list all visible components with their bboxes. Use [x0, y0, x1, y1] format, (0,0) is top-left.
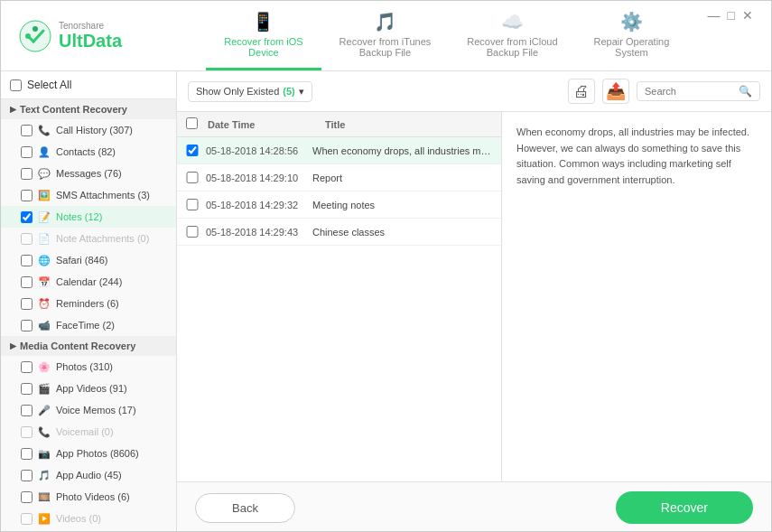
- app-videos-icon: 🎬: [37, 381, 51, 396]
- cb-contacts[interactable]: [21, 146, 33, 158]
- cb-safari[interactable]: [21, 255, 33, 266]
- safari-label: Safari (846): [56, 255, 107, 266]
- header-checkbox[interactable]: [186, 117, 198, 129]
- sidebar-item-app-photos[interactable]: 📷 App Photos (8606): [1, 443, 176, 464]
- section-media-label: Media Content Recovery: [20, 341, 135, 351]
- close-button[interactable]: ✕: [742, 8, 753, 23]
- section-text-label: Text Content Recovery: [20, 104, 127, 115]
- sidebar-item-app-audio[interactable]: 🎵 App Audio (45): [1, 464, 176, 486]
- select-all-checkbox[interactable]: [10, 79, 22, 91]
- sidebar-item-sms-attachments[interactable]: 🖼️ SMS Attachments (3): [1, 184, 176, 206]
- cb-note-attachments[interactable]: [21, 233, 33, 245]
- content-toolbar: Show Only Existed (5) ▾ 🖨 📤 🔍: [177, 71, 771, 112]
- sidebar-item-safari[interactable]: 🌐 Safari (846): [1, 249, 176, 271]
- maximize-button[interactable]: □: [728, 8, 735, 23]
- table-row[interactable]: 05-18-2018 14:29:43 Chinese classes: [177, 219, 501, 246]
- logo-text: Tenorshare UltData: [59, 21, 122, 51]
- cb-voicemail[interactable]: [21, 426, 33, 438]
- sms-attachments-icon: 🖼️: [37, 188, 51, 202]
- chevron-down-icon: ▾: [299, 86, 304, 98]
- cb-app-videos[interactable]: [21, 383, 33, 395]
- export-icon: 📤: [606, 81, 626, 101]
- call-history-label: Call History (307): [56, 125, 133, 135]
- logo-area: Tenorshare UltData: [10, 20, 186, 52]
- cb-call-history[interactable]: [21, 125, 33, 136]
- voice-memos-label: Voice Memos (17): [56, 405, 136, 415]
- table-row[interactable]: 05-18-2018 14:29:32 Meeting notes: [177, 191, 501, 219]
- cb-photo-videos[interactable]: [21, 491, 33, 503]
- tab-ios[interactable]: 📱 Recover from iOSDevice: [206, 1, 321, 70]
- select-all-item[interactable]: Select All: [1, 71, 176, 99]
- cb-reminders[interactable]: [21, 298, 33, 310]
- app-photos-label: App Photos (8606): [56, 448, 139, 459]
- app-audio-icon: 🎵: [37, 468, 51, 482]
- sidebar-item-app-videos[interactable]: 🎬 App Videos (91): [1, 378, 176, 399]
- sidebar-item-calendar[interactable]: 📅 Calendar (244): [1, 271, 176, 293]
- sidebar-item-photo-videos[interactable]: 🎞️ Photo Videos (6): [1, 486, 176, 508]
- row-2-checkbox[interactable]: [186, 172, 199, 183]
- app-audio-label: App Audio (45): [56, 470, 122, 481]
- filter-dropdown[interactable]: Show Only Existed (5) ▾: [188, 81, 312, 102]
- row-4-checkbox[interactable]: [186, 226, 199, 238]
- sidebar-item-reminders[interactable]: ⏰ Reminders (6): [1, 293, 176, 314]
- tab-ios-label: Recover from iOSDevice: [224, 36, 302, 58]
- row-2-datetime: 05-18-2018 14:29:10: [206, 173, 312, 183]
- tab-repair[interactable]: ⚙️ Repair OperatingSystem: [576, 1, 688, 70]
- cb-messages[interactable]: [21, 168, 33, 180]
- recover-button[interactable]: Recover: [616, 491, 753, 524]
- reminders-label: Reminders (6): [56, 298, 119, 309]
- notes-label: Notes (12): [56, 211, 102, 222]
- search-input[interactable]: [645, 86, 735, 97]
- photo-videos-label: Photo Videos (6): [56, 491, 130, 502]
- row-1-title: When economy drops, all industries may b…: [312, 145, 492, 156]
- call-history-icon: 📞: [37, 123, 51, 137]
- sidebar-section-text[interactable]: ▶ Text Content Recovery: [1, 99, 176, 119]
- sms-attachments-label: SMS Attachments (3): [56, 190, 150, 201]
- print-button[interactable]: 🖨: [568, 79, 595, 104]
- cb-app-audio[interactable]: [21, 470, 33, 481]
- row-3-checkbox[interactable]: [186, 199, 199, 210]
- filter-label: Show Only Existed: [196, 86, 279, 97]
- table-container: Date Time Title 05-18-2018 14:28:56 When…: [177, 112, 771, 481]
- sidebar-section-media[interactable]: ▶ Media Content Recovery: [1, 336, 176, 356]
- preview-text: When economy drops, all industries may b…: [516, 126, 749, 185]
- tab-itunes[interactable]: 🎵 Recover from iTunesBackup File: [321, 1, 450, 70]
- sidebar-item-messages[interactable]: 💬 Messages (76): [1, 163, 176, 184]
- search-icon: 🔍: [739, 85, 752, 98]
- sidebar-item-voice-memos[interactable]: 🎤 Voice Memos (17): [1, 399, 176, 421]
- sidebar-item-call-history[interactable]: 📞 Call History (307): [1, 119, 176, 141]
- row-3-title: Meeting notes: [312, 200, 492, 210]
- sidebar-item-note-attachments[interactable]: 📄 Note Attachments (0): [1, 228, 176, 249]
- cb-photos[interactable]: [21, 361, 33, 373]
- calendar-icon: 📅: [37, 275, 51, 289]
- export-button[interactable]: 📤: [602, 79, 629, 104]
- table-left: Date Time Title 05-18-2018 14:28:56 When…: [177, 112, 502, 481]
- sidebar-item-voicemail[interactable]: 📞 Voicemail (0): [1, 421, 176, 443]
- sidebar-item-videos[interactable]: ▶️ Videos (0): [1, 508, 176, 529]
- back-button[interactable]: Back: [195, 493, 295, 523]
- table-row[interactable]: 05-18-2018 14:29:10 Report: [177, 164, 501, 191]
- cb-app-photos[interactable]: [21, 448, 33, 460]
- row-1-checkbox[interactable]: [186, 145, 199, 156]
- icloud-icon: ☁️: [501, 11, 524, 33]
- sidebar-item-notes[interactable]: 📝 Notes (12): [1, 206, 176, 228]
- cb-voice-memos[interactable]: [21, 405, 33, 416]
- safari-icon: 🌐: [37, 253, 51, 267]
- sidebar-item-facetime[interactable]: 📹 FaceTime (2): [1, 314, 176, 336]
- note-attachments-icon: 📄: [37, 231, 51, 246]
- cb-facetime[interactable]: [21, 320, 33, 331]
- contacts-icon: 👤: [37, 145, 51, 159]
- table-row[interactable]: 05-18-2018 14:28:56 When economy drops, …: [177, 137, 501, 164]
- cb-sms-attachments[interactable]: [21, 190, 33, 201]
- cb-calendar[interactable]: [21, 276, 33, 288]
- sidebar-item-photos[interactable]: 🌸 Photos (310): [1, 356, 176, 378]
- sidebar-item-contacts[interactable]: 👤 Contacts (82): [1, 141, 176, 163]
- repair-icon: ⚙️: [620, 11, 643, 33]
- cb-videos[interactable]: [21, 513, 33, 525]
- messages-label: Messages (76): [56, 168, 122, 179]
- cb-notes[interactable]: [21, 211, 33, 223]
- brand-label: Tenorshare: [59, 21, 122, 31]
- tab-icloud[interactable]: ☁️ Recover from iCloudBackup File: [449, 1, 575, 70]
- facetime-icon: 📹: [37, 318, 51, 332]
- minimize-button[interactable]: —: [708, 8, 721, 23]
